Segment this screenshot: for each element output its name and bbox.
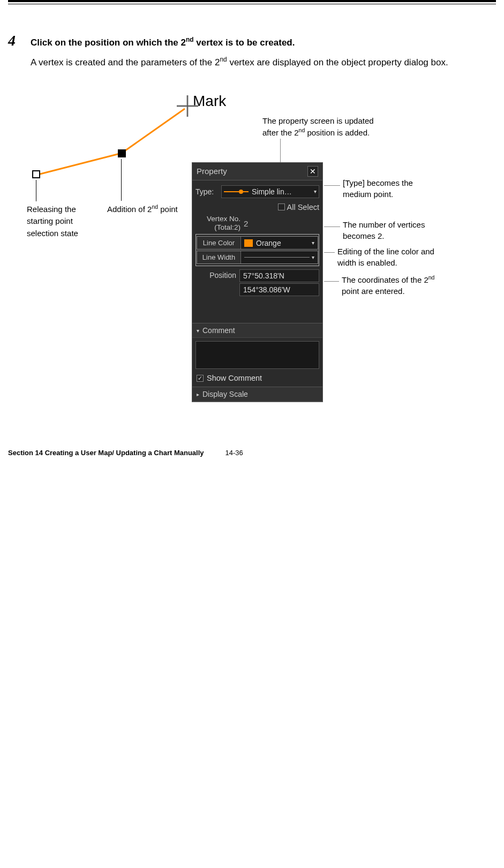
- svg-line-1: [122, 109, 185, 153]
- anno-coords: The coordinates of the 2nd point are ent…: [342, 274, 438, 297]
- comment-textarea[interactable]: [195, 341, 319, 369]
- polyline-svg: [24, 93, 201, 200]
- releasing-callout: Releasing the starting point selection s…: [27, 203, 91, 240]
- anno-color: Editing of the line color and width is e…: [337, 246, 442, 268]
- close-icon: ✕: [310, 167, 316, 176]
- close-button[interactable]: ✕: [307, 166, 318, 177]
- line-color-label: Line Color: [197, 237, 241, 249]
- position-lon-field[interactable]: 154°38.086'W: [239, 283, 319, 296]
- anno-type: [Type] becomes the medium point.: [343, 177, 428, 200]
- simple-line-icon: [224, 191, 249, 192]
- chevron-right-icon: ▸: [197, 391, 199, 397]
- display-scale-section-header[interactable]: ▸ Display Scale: [192, 387, 322, 402]
- position-label: Position: [195, 269, 239, 280]
- show-comment-label: Show Comment: [207, 374, 262, 382]
- type-label: Type:: [195, 187, 221, 196]
- vertex-no-value: 2: [244, 219, 248, 228]
- chevron-down-icon: ▾: [197, 328, 199, 334]
- chevron-down-icon: ▾: [314, 188, 317, 194]
- line-width-preview-icon: [244, 257, 310, 258]
- comment-section-header[interactable]: ▾ Comment: [192, 323, 322, 338]
- anno-vertices: The number of vertices becomes 2.: [343, 219, 428, 241]
- chevron-down-icon: ▾: [312, 240, 314, 246]
- addition-callout: Addition of 2nd point: [107, 203, 178, 214]
- line-width-label: Line Width: [197, 251, 241, 263]
- all-select-checkbox[interactable]: [278, 203, 285, 210]
- line-width-dropdown[interactable]: ▾: [241, 251, 318, 263]
- chevron-down-icon: ▾: [312, 254, 314, 260]
- step-number: 4: [8, 32, 21, 49]
- footer-page-number: 14-36: [225, 449, 243, 457]
- panel-title: Property: [197, 167, 227, 176]
- second-vertex-handle: [118, 149, 126, 157]
- svg-line-0: [36, 153, 122, 175]
- orange-swatch-icon: [244, 239, 253, 247]
- footer-section-title: Section 14 Creating a User Map/ Updating…: [8, 449, 204, 457]
- all-select-label: All Select: [287, 203, 319, 212]
- type-dropdown[interactable]: Simple lin… ▾: [221, 185, 319, 198]
- line-color-dropdown[interactable]: Orange ▾: [241, 237, 318, 249]
- show-comment-checkbox[interactable]: [197, 375, 204, 382]
- step-title: Click on the position on which the 2nd v…: [31, 36, 295, 48]
- crosshair-cursor-icon: [177, 95, 198, 117]
- anno-top: The property screen is updated after the…: [262, 115, 388, 138]
- vertex-no-label: Vertex No. (Total:2): [195, 215, 240, 232]
- start-vertex-handle: [32, 170, 40, 178]
- property-panel: Property ✕ Type: Simple lin… ▾ All Selec…: [192, 162, 323, 402]
- position-lat-field[interactable]: 57°50.318'N: [239, 269, 319, 282]
- step-body: A vertex is created and the parameters o…: [31, 54, 496, 71]
